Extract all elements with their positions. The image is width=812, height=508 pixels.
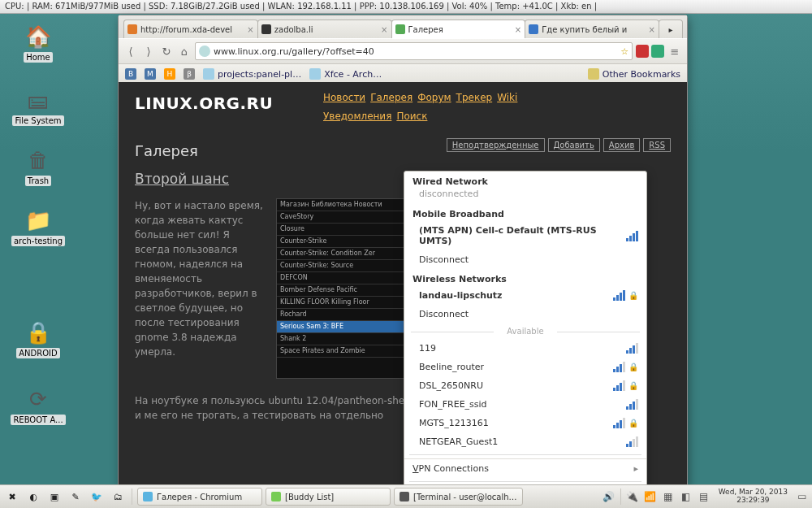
tab-2[interactable]: Галерея× — [391, 20, 526, 38]
close-icon[interactable]: × — [515, 25, 521, 34]
folder-icon: 📁 — [21, 206, 55, 234]
tray-icon-1[interactable]: ▦ — [662, 490, 675, 503]
wired-status: disconnected — [404, 189, 646, 204]
page-actions: НеподтвержденныеДобавитьАрхивRSS — [443, 138, 671, 152]
desktop-icon-android[interactable]: 🔒ANDROID — [10, 319, 67, 358]
tab-strip: http://forum.xda-devel×zadolba.li×Галере… — [119, 15, 687, 38]
launcher-editor[interactable]: ✎ — [67, 488, 84, 506]
network-tray-icon[interactable]: 📶 — [644, 490, 657, 503]
launcher-files[interactable]: 🗂 — [109, 488, 127, 506]
favicon — [127, 24, 137, 34]
wifi-119[interactable]: 119 — [404, 339, 646, 358]
desktop-icon-file-system[interactable]: 🖴File System — [10, 86, 67, 126]
volume-icon[interactable]: 🔊 — [603, 490, 615, 503]
app-icon — [271, 492, 281, 501]
article-text: Ну, вот и настало время, когда жевать ка… — [135, 198, 265, 379]
tray-icon-3[interactable]: ▤ — [698, 490, 710, 503]
home-button[interactable]: ⌂ — [177, 44, 192, 59]
signal-icon — [626, 436, 638, 447]
nav-Уведомления[interactable]: Уведомления — [323, 111, 391, 122]
app-icon — [400, 492, 409, 501]
folder-icon: 🗑 — [21, 146, 55, 174]
wifi-connected[interactable]: landau-lipschutz 🔒 — [404, 286, 646, 305]
folder-icon: ⟳ — [21, 385, 55, 413]
show-desktop-icon[interactable]: ▭ — [796, 490, 809, 503]
tab-0[interactable]: http://forum.xda-devel× — [123, 20, 258, 38]
clock[interactable]: Wed, Mar 20, 201323:29:39 — [715, 488, 791, 505]
star-icon[interactable]: ☆ — [620, 46, 628, 57]
bookmark-link-1[interactable]: Xfce - Arch… — [309, 68, 382, 80]
launcher-chromium[interactable]: ◐ — [24, 488, 42, 506]
tab-3[interactable]: Где купить белый и× — [525, 20, 659, 38]
task-2[interactable]: [Terminal - user@localh… — [394, 488, 523, 506]
folder-icon — [588, 68, 599, 80]
extension-icon-0[interactable] — [636, 45, 649, 58]
task-1[interactable]: [Buddy List] — [266, 488, 391, 506]
mbb-disconnect[interactable]: Disconnect — [404, 250, 646, 269]
favicon — [395, 24, 405, 34]
lock-icon: 🔒 — [628, 381, 638, 390]
bookmark-link-0[interactable]: projects:panel-pl… — [203, 68, 301, 80]
bookmark-icon — [309, 68, 321, 80]
forward-button[interactable]: ⟩ — [141, 44, 156, 59]
box-RSS[interactable]: RSS — [643, 138, 671, 152]
lock-icon: 🔒 — [628, 419, 638, 428]
box-Архив[interactable]: Архив — [603, 138, 641, 152]
folder-icon: 🔒 — [21, 319, 55, 346]
bookmark-btn-2[interactable]: Н — [164, 68, 175, 80]
taskbar: ✖ ◐ ▣ ✎ 🐦 🗂 Галерея - Chromium[Buddy Lis… — [0, 484, 812, 508]
other-bookmarks[interactable]: Other Bookmarks — [588, 68, 680, 80]
desktop-icon-reboot-a-[interactable]: ⟳REBOOT A... — [10, 385, 67, 425]
menu-button[interactable]: ≡ — [667, 44, 682, 59]
desktop-icon-home[interactable]: 🏠Home — [10, 23, 67, 63]
wifi-FON_FREE_ssid[interactable]: FON_FREE_ssid — [404, 395, 646, 414]
folder-icon: 🏠 — [21, 23, 55, 50]
desktop-icon-arch-testing[interactable]: 📁arch-testing — [10, 206, 67, 246]
desktop-icon-trash[interactable]: 🗑Trash — [10, 146, 67, 186]
reload-button[interactable]: ↻ — [159, 44, 174, 59]
tab-1[interactable]: zadolba.li× — [257, 20, 392, 38]
launcher-pidgin[interactable]: 🐦 — [88, 488, 106, 506]
wifi-MGTS_1213161[interactable]: MGTS_1213161🔒 — [404, 414, 646, 432]
app-menu-button[interactable]: ✖ — [3, 488, 21, 506]
wired-header: Wired Network — [404, 172, 646, 189]
wifi-Beeline_router[interactable]: Beeline_router🔒 — [404, 358, 646, 376]
nav-Трекер[interactable]: Трекер — [456, 92, 493, 103]
site-nav: НовостиГалереяФорумТрекерWiki marxengels… — [323, 89, 671, 126]
back-button[interactable]: ⟨ — [123, 44, 138, 59]
toolbar: ⟨ ⟩ ↻ ⌂ www.linux.org.ru/gallery/?offset… — [119, 38, 687, 64]
address-bar[interactable]: www.linux.org.ru/gallery/?offset=40 ☆ — [195, 42, 633, 60]
system-tray: 🔊 🔌 📶 ▦ ◧ ▤ Wed, Mar 20, 201323:29:39 ▭ — [603, 488, 809, 505]
close-icon[interactable]: × — [247, 25, 253, 34]
launcher-terminal[interactable]: ▣ — [45, 488, 63, 506]
lock-icon: 🔒 — [628, 363, 638, 371]
article-text-2: На ноутбуке я пользуюсь ubuntu 12.04/pan… — [135, 393, 411, 423]
close-icon[interactable]: × — [649, 25, 655, 34]
nav-Поиск[interactable]: Поиск — [396, 111, 427, 122]
wifi-disconnect[interactable]: Disconnect — [404, 305, 646, 323]
task-0[interactable]: Галерея - Chromium — [137, 488, 262, 506]
network-menu: Wired Network disconnected Mobile Broadb… — [404, 171, 647, 508]
nav-Wiki[interactable]: Wiki — [497, 92, 517, 103]
tray-icon-2[interactable]: ◧ — [680, 490, 693, 503]
signal-icon — [626, 399, 638, 410]
nav-Форум[interactable]: Форум — [417, 92, 451, 103]
close-icon[interactable]: × — [381, 25, 387, 34]
bookmark-btn-1[interactable]: М — [145, 68, 156, 80]
wifi-NETGEAR_Guest1[interactable]: NETGEAR_Guest1 — [404, 432, 646, 451]
battery-icon[interactable]: 🔌 — [626, 490, 639, 503]
app-icon — [143, 492, 153, 501]
folder-icon: 🖴 — [21, 86, 55, 114]
new-tab-button[interactable]: ▸ — [659, 20, 683, 38]
box-Неподтвержденные[interactable]: Неподтвержденные — [447, 138, 545, 152]
mbb-connection[interactable]: (MTS APN) Cell-c Default (MTS-RUS UMTS) — [404, 221, 646, 250]
vpn-submenu[interactable]: VPN Connections▸ — [404, 458, 646, 478]
extension-icon-1[interactable] — [651, 45, 664, 58]
site-logo[interactable]: LINUX.ORG.RU — [135, 93, 273, 113]
nav-Новости[interactable]: Новости — [323, 92, 365, 103]
bookmark-btn-0[interactable]: В — [125, 68, 136, 80]
box-Добавить[interactable]: Добавить — [548, 138, 600, 152]
nav-Галерея[interactable]: Галерея — [370, 92, 412, 103]
bookmark-btn-3[interactable]: β — [184, 68, 195, 80]
wifi-DSL_2650NRU[interactable]: DSL_2650NRU🔒 — [404, 376, 646, 395]
